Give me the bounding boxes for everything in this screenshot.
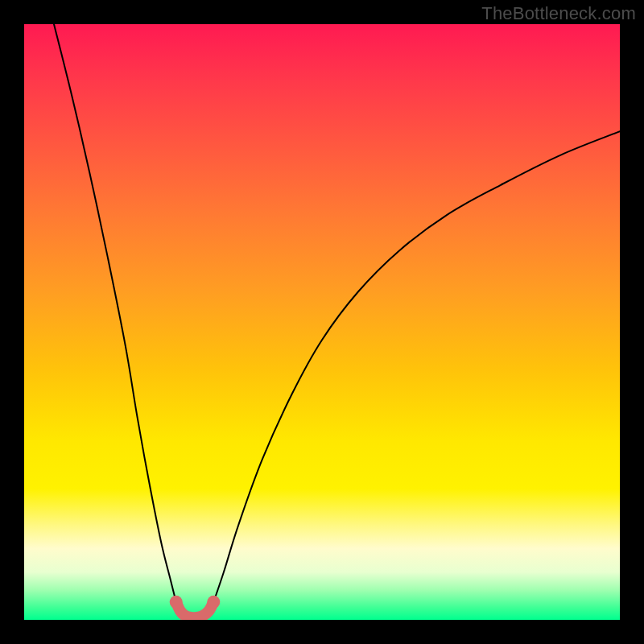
watermark-text: TheBottleneck.com — [481, 3, 636, 24]
highlight-dot — [207, 596, 220, 609]
curve-layer — [24, 24, 620, 620]
bottleneck-curve-black — [54, 24, 620, 617]
highlight-dot — [170, 596, 183, 609]
highlight-endpoints — [170, 596, 221, 609]
plot-area — [24, 24, 620, 620]
chart-frame: TheBottleneck.com — [0, 0, 644, 644]
